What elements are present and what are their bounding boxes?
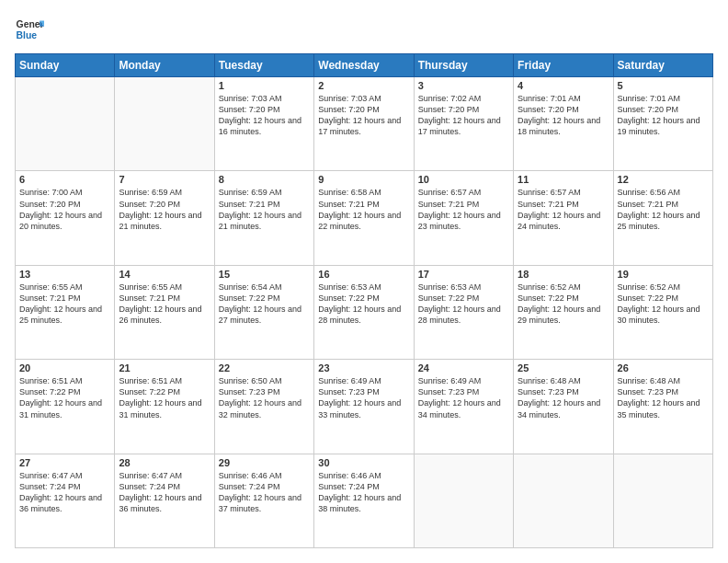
page: General Blue SundayMondayTuesdayWednesda…: [0, 0, 728, 563]
day-number: 1: [219, 80, 310, 91]
calendar-cell: 30Sunrise: 6:46 AMSunset: 7:24 PMDayligh…: [314, 454, 414, 547]
calendar-cell: 5Sunrise: 7:01 AMSunset: 7:20 PMDaylight…: [613, 77, 712, 171]
day-number: 29: [219, 457, 310, 468]
week-row-1: 6Sunrise: 7:00 AMSunset: 7:20 PMDaylight…: [16, 171, 713, 265]
day-info: Sunrise: 6:49 AMSunset: 7:23 PMDaylight:…: [418, 375, 509, 420]
day-number: 5: [618, 80, 709, 91]
calendar-cell: 3Sunrise: 7:02 AMSunset: 7:20 PMDaylight…: [414, 77, 513, 171]
calendar-cell: 1Sunrise: 7:03 AMSunset: 7:20 PMDaylight…: [214, 77, 313, 171]
calendar-cell: 13Sunrise: 6:55 AMSunset: 7:21 PMDayligh…: [16, 265, 115, 359]
col-header-wednesday: Wednesday: [314, 54, 414, 77]
day-number: 8: [219, 174, 310, 185]
day-info: Sunrise: 6:50 AMSunset: 7:23 PMDaylight:…: [219, 375, 310, 420]
day-info: Sunrise: 6:55 AMSunset: 7:21 PMDaylight:…: [119, 282, 210, 327]
calendar-cell: [115, 77, 214, 171]
day-number: 23: [318, 362, 409, 373]
calendar-cell: 4Sunrise: 7:01 AMSunset: 7:20 PMDaylight…: [514, 77, 613, 171]
col-header-friday: Friday: [514, 54, 613, 77]
calendar-cell: [16, 77, 115, 171]
calendar-cell: 6Sunrise: 7:00 AMSunset: 7:20 PMDaylight…: [16, 171, 115, 265]
calendar-cell: 11Sunrise: 6:57 AMSunset: 7:21 PMDayligh…: [514, 171, 613, 265]
svg-text:Blue: Blue: [17, 30, 38, 40]
day-number: 30: [318, 457, 409, 468]
day-number: 26: [618, 362, 709, 373]
calendar-cell: 29Sunrise: 6:46 AMSunset: 7:24 PMDayligh…: [214, 454, 313, 547]
day-info: Sunrise: 6:52 AMSunset: 7:22 PMDaylight:…: [618, 282, 709, 327]
day-info: Sunrise: 6:54 AMSunset: 7:22 PMDaylight:…: [219, 282, 310, 327]
calendar-cell: 12Sunrise: 6:56 AMSunset: 7:21 PMDayligh…: [613, 171, 712, 265]
header: General Blue: [15, 15, 713, 44]
calendar-cell: 22Sunrise: 6:50 AMSunset: 7:23 PMDayligh…: [214, 360, 313, 454]
day-number: 18: [518, 269, 609, 280]
calendar-cell: [613, 454, 712, 547]
col-header-saturday: Saturday: [613, 54, 712, 77]
calendar-cell: 25Sunrise: 6:48 AMSunset: 7:23 PMDayligh…: [514, 360, 613, 454]
day-info: Sunrise: 7:03 AMSunset: 7:20 PMDaylight:…: [318, 93, 409, 138]
logo: General Blue: [15, 15, 44, 44]
day-info: Sunrise: 6:48 AMSunset: 7:23 PMDaylight:…: [518, 375, 609, 420]
week-row-0: 1Sunrise: 7:03 AMSunset: 7:20 PMDaylight…: [16, 77, 713, 171]
calendar-cell: 8Sunrise: 6:59 AMSunset: 7:21 PMDaylight…: [214, 171, 313, 265]
day-info: Sunrise: 6:58 AMSunset: 7:21 PMDaylight:…: [318, 187, 409, 232]
day-number: 7: [119, 174, 210, 185]
day-number: 12: [618, 174, 709, 185]
day-number: 24: [418, 362, 509, 373]
calendar-cell: 20Sunrise: 6:51 AMSunset: 7:22 PMDayligh…: [16, 360, 115, 454]
col-header-thursday: Thursday: [414, 54, 513, 77]
calendar-cell: 27Sunrise: 6:47 AMSunset: 7:24 PMDayligh…: [16, 454, 115, 547]
calendar-cell: 21Sunrise: 6:51 AMSunset: 7:22 PMDayligh…: [115, 360, 214, 454]
day-number: 10: [418, 174, 509, 185]
day-info: Sunrise: 6:53 AMSunset: 7:22 PMDaylight:…: [418, 282, 509, 327]
day-info: Sunrise: 6:57 AMSunset: 7:21 PMDaylight:…: [518, 187, 609, 232]
day-info: Sunrise: 6:59 AMSunset: 7:21 PMDaylight:…: [219, 187, 310, 232]
day-info: Sunrise: 6:49 AMSunset: 7:23 PMDaylight:…: [318, 375, 409, 420]
day-number: 27: [19, 457, 110, 468]
calendar-cell: 28Sunrise: 6:47 AMSunset: 7:24 PMDayligh…: [115, 454, 214, 547]
day-info: Sunrise: 6:57 AMSunset: 7:21 PMDaylight:…: [418, 187, 509, 232]
calendar-cell: 7Sunrise: 6:59 AMSunset: 7:20 PMDaylight…: [115, 171, 214, 265]
logo-icon: General Blue: [15, 15, 44, 44]
day-info: Sunrise: 6:51 AMSunset: 7:22 PMDaylight:…: [19, 375, 110, 420]
day-info: Sunrise: 7:01 AMSunset: 7:20 PMDaylight:…: [618, 93, 709, 138]
day-info: Sunrise: 7:02 AMSunset: 7:20 PMDaylight:…: [418, 93, 509, 138]
day-info: Sunrise: 6:52 AMSunset: 7:22 PMDaylight:…: [518, 282, 609, 327]
calendar-cell: 9Sunrise: 6:58 AMSunset: 7:21 PMDaylight…: [314, 171, 414, 265]
day-number: 4: [518, 80, 609, 91]
day-number: 15: [219, 269, 310, 280]
day-info: Sunrise: 6:47 AMSunset: 7:24 PMDaylight:…: [19, 470, 110, 515]
day-info: Sunrise: 7:01 AMSunset: 7:20 PMDaylight:…: [518, 93, 609, 138]
calendar-cell: 15Sunrise: 6:54 AMSunset: 7:22 PMDayligh…: [214, 265, 313, 359]
day-info: Sunrise: 6:53 AMSunset: 7:22 PMDaylight:…: [318, 282, 409, 327]
calendar-cell: 23Sunrise: 6:49 AMSunset: 7:23 PMDayligh…: [314, 360, 414, 454]
day-info: Sunrise: 6:55 AMSunset: 7:21 PMDaylight:…: [19, 282, 110, 327]
calendar-cell: [414, 454, 513, 547]
day-info: Sunrise: 6:51 AMSunset: 7:22 PMDaylight:…: [119, 375, 210, 420]
calendar-cell: 14Sunrise: 6:55 AMSunset: 7:21 PMDayligh…: [115, 265, 214, 359]
day-info: Sunrise: 7:03 AMSunset: 7:20 PMDaylight:…: [219, 93, 310, 138]
day-number: 21: [119, 362, 210, 373]
day-number: 22: [219, 362, 310, 373]
calendar-cell: 10Sunrise: 6:57 AMSunset: 7:21 PMDayligh…: [414, 171, 513, 265]
day-number: 20: [19, 362, 110, 373]
calendar-cell: 18Sunrise: 6:52 AMSunset: 7:22 PMDayligh…: [514, 265, 613, 359]
day-number: 11: [518, 174, 609, 185]
calendar-cell: 16Sunrise: 6:53 AMSunset: 7:22 PMDayligh…: [314, 265, 414, 359]
day-info: Sunrise: 6:46 AMSunset: 7:24 PMDaylight:…: [219, 470, 310, 515]
day-number: 3: [418, 80, 509, 91]
day-info: Sunrise: 6:56 AMSunset: 7:21 PMDaylight:…: [618, 187, 709, 232]
day-number: 28: [119, 457, 210, 468]
day-number: 17: [418, 269, 509, 280]
week-row-3: 20Sunrise: 6:51 AMSunset: 7:22 PMDayligh…: [16, 360, 713, 454]
calendar-cell: 19Sunrise: 6:52 AMSunset: 7:22 PMDayligh…: [613, 265, 712, 359]
day-number: 14: [119, 269, 210, 280]
day-number: 2: [318, 80, 409, 91]
day-number: 16: [318, 269, 409, 280]
day-number: 25: [518, 362, 609, 373]
day-info: Sunrise: 6:47 AMSunset: 7:24 PMDaylight:…: [119, 470, 210, 515]
calendar-table: SundayMondayTuesdayWednesdayThursdayFrid…: [15, 53, 713, 548]
calendar-cell: [514, 454, 613, 547]
day-number: 13: [19, 269, 110, 280]
col-header-monday: Monday: [115, 54, 214, 77]
calendar-cell: 24Sunrise: 6:49 AMSunset: 7:23 PMDayligh…: [414, 360, 513, 454]
calendar-cell: 26Sunrise: 6:48 AMSunset: 7:23 PMDayligh…: [613, 360, 712, 454]
